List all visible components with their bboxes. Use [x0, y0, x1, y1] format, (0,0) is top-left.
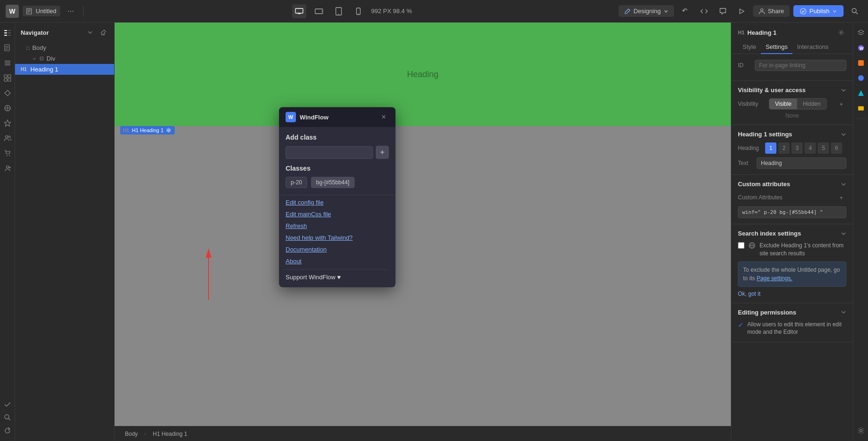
tab-style[interactable]: Style [738, 40, 761, 54]
desktop-view-button[interactable] [292, 4, 306, 18]
tab-settings[interactable]: Settings [761, 40, 792, 54]
share-label: Share [768, 8, 784, 15]
documentation-link[interactable]: Documentation [286, 246, 389, 253]
canvas-dimensions: 992 PX 98.4 % [371, 8, 412, 15]
selection-name: H1 Heading 1 [132, 127, 163, 133]
rp-id-section: ID [731, 54, 853, 81]
publish-button[interactable]: Publish [793, 5, 844, 17]
svg-rect-18 [4, 30, 7, 31]
nav-item-body[interactable]: □ Body [15, 42, 114, 53]
rp-heading-2-btn[interactable]: 2 [778, 142, 790, 154]
rn-yellow-icon[interactable] [854, 102, 868, 115]
tailwind-help-link[interactable]: Need help with Tailwind? [286, 234, 389, 241]
support-link[interactable]: Support WindFlow ♥ [286, 274, 341, 281]
tablet-landscape-button[interactable] [312, 4, 326, 18]
share-button[interactable]: Share [753, 5, 790, 17]
rp-hidden-btn[interactable]: Hidden [797, 99, 826, 109]
popup-close-button[interactable]: × [379, 112, 389, 122]
team-button[interactable] [1, 162, 14, 175]
rn-bottom [854, 424, 868, 437]
check-button[interactable] [1, 398, 14, 411]
svg-rect-22 [8, 32, 11, 33]
nav-tool-button[interactable] [1, 26, 14, 39]
edit-config-link[interactable]: Edit config file [286, 199, 389, 206]
nav-settings-icon[interactable] [85, 27, 95, 38]
navigator-title: Navigator [21, 29, 49, 36]
rp-ok-button[interactable]: Ok, got it [738, 291, 846, 297]
rp-text-input[interactable] [757, 158, 846, 169]
rp-none-label: None [738, 112, 846, 119]
rp-vis-row: Visibility Visible Hidden + [738, 98, 846, 110]
nav-item-heading1[interactable]: H1 Heading 1 [15, 64, 114, 75]
rn-purple-icon[interactable]: W [854, 41, 868, 55]
canvas-selection-label[interactable]: H1 H1 Heading 1 [120, 126, 175, 134]
comment-button[interactable] [715, 4, 730, 19]
rp-heading-3-btn[interactable]: 3 [791, 142, 803, 154]
more-button[interactable]: ··· [64, 5, 78, 17]
rp-heading-1-btn[interactable]: 1 [765, 142, 776, 154]
tab-interactions[interactable]: Interactions [792, 40, 833, 54]
nav-div-icon: ⊡ [39, 55, 44, 62]
svg-marker-58 [858, 90, 864, 96]
page-title-button[interactable]: Untitled [23, 6, 60, 16]
undo-button[interactable] [678, 4, 693, 19]
rp-visibility-label: Visibility [738, 101, 765, 107]
popup-body: Add class + Classes p-20 bg-[#55bb44] E [279, 127, 395, 287]
main-layout: Navigator □ Body ⊡ Div H1 [0, 23, 868, 441]
mobile-button[interactable] [351, 4, 365, 18]
rp-page-settings-link[interactable]: Page settings. [757, 275, 792, 282]
svg-rect-19 [4, 32, 7, 33]
rp-visibility-header: Visibility & user access [738, 87, 846, 94]
svg-rect-59 [858, 106, 864, 110]
mode-selector[interactable]: Designing [619, 5, 674, 17]
rp-id-input[interactable] [755, 60, 846, 71]
rp-attr-add-button[interactable]: + [836, 192, 846, 203]
search-button[interactable] [847, 4, 862, 19]
breadcrumb-body[interactable]: Body [122, 430, 140, 438]
about-link[interactable]: About [286, 258, 389, 265]
svg-marker-53 [858, 30, 864, 33]
cart-button[interactable] [1, 147, 14, 160]
rp-heading-4-btn[interactable]: 4 [805, 142, 816, 154]
components-button[interactable] [1, 71, 14, 85]
refresh-button[interactable] [1, 424, 14, 437]
rp-vis-add-button[interactable]: + [836, 99, 846, 109]
rn-blue2-icon[interactable] [854, 71, 868, 85]
rp-visible-btn[interactable]: Visible [769, 99, 797, 109]
add-class-input[interactable] [286, 146, 373, 159]
code-view-button[interactable] [697, 4, 712, 19]
rp-search-header: Search index settings [738, 230, 846, 237]
nav-pin-icon[interactable] [98, 27, 108, 38]
rp-attr-label: Custom Attributes [738, 194, 783, 201]
rp-heading-6-btn[interactable]: 6 [831, 142, 842, 154]
rp-search-checkbox[interactable] [738, 242, 744, 249]
pages-button[interactable] [1, 41, 14, 55]
hamburger-button[interactable] [1, 56, 14, 70]
svg-rect-21 [8, 30, 11, 31]
rn-settings-icon[interactable] [854, 424, 868, 437]
class-p20-badge[interactable]: p-20 [286, 177, 307, 188]
edit-maincss-link[interactable]: Edit mainCss file [286, 211, 389, 218]
rn-cyan-icon[interactable] [854, 87, 868, 100]
add-class-button[interactable]: + [376, 146, 389, 159]
right-panel: H1 Heading 1 Style Settings Interactions… [731, 23, 853, 441]
nav-item-div[interactable]: ⊡ Div [15, 53, 114, 64]
bottom-search-button[interactable] [1, 411, 14, 424]
breadcrumb-heading1[interactable]: H1 Heading 1 [150, 430, 190, 438]
navigator-panel: Navigator □ Body ⊡ Div H1 [15, 23, 115, 441]
rp-text-label: Text [738, 160, 753, 166]
symbols-button[interactable] [1, 117, 14, 130]
users-button[interactable] [1, 132, 14, 145]
color-button[interactable] [1, 102, 14, 115]
preview-button[interactable] [734, 4, 749, 19]
rn-orange-icon[interactable] [854, 56, 868, 70]
tablet-portrait-button[interactable] [332, 4, 346, 18]
rn-layers-icon[interactable] [854, 26, 868, 39]
rp-heading-5-btn[interactable]: 5 [818, 142, 829, 154]
selection-gear-icon[interactable] [165, 127, 172, 134]
refresh-link[interactable]: Refresh [286, 222, 389, 229]
class-bg-badge[interactable]: bg-[#55bb44] [311, 177, 355, 188]
assets-button[interactable] [1, 87, 14, 100]
rp-settings-icon[interactable] [836, 27, 846, 38]
page-icon [26, 8, 33, 15]
